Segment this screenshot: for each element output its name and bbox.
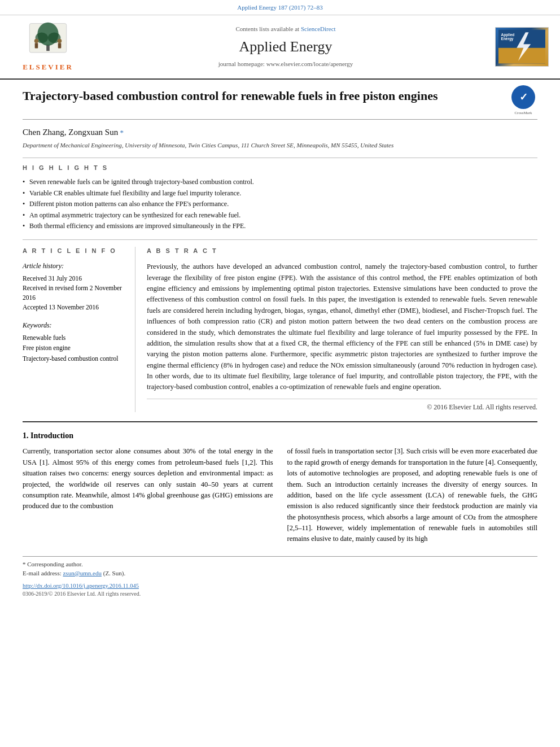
bottom-links: http://dx.doi.org/10.1016/j.apenergy.201… (23, 582, 537, 599)
article-title: Trajectory-based combustion control for … (23, 88, 509, 104)
intro-col-right: of fossil fuels in transportation sector… (287, 446, 538, 544)
highlights-label: H I G H L I G H T S (23, 164, 537, 173)
elsevier-logo-section: ELSEVIER (11, 21, 85, 73)
history-title: Article history: (23, 261, 126, 271)
journal-logo-right: Applied Energy (487, 27, 549, 67)
svg-rect-8 (58, 43, 62, 48)
email-person: (Z. Sun). (103, 570, 125, 576)
article-info-column: A R T I C L E I N F O Article history: R… (23, 247, 135, 412)
svg-point-5 (34, 39, 38, 43)
received-date: Received 31 July 2016 (23, 274, 126, 283)
elsevier-logo: ELSEVIER (11, 21, 85, 73)
intro-text-right: of fossil fuels in transportation sector… (287, 446, 538, 544)
elsevier-wordmark: ELSEVIER (23, 62, 73, 73)
journal-top-bar: Applied Energy 187 (2017) 72–83 (0, 0, 560, 15)
sciencedirect-link[interactable]: ScienceDirect (301, 25, 336, 32)
article-history: Article history: Received 31 July 2016 R… (23, 261, 126, 312)
journal-title: Applied Energy (85, 36, 487, 58)
journal-citation: Applied Energy 187 (2017) 72–83 (237, 4, 322, 11)
footnote-section: * Corresponding author. E-mail address: … (23, 556, 537, 578)
svg-point-7 (58, 39, 62, 43)
intro-text-left: Currently, transportation sector alone c… (23, 446, 273, 512)
crossmark-badge[interactable]: ✓ CrossMark (509, 88, 537, 113)
corresponding-author-note: * Corresponding author. (23, 560, 537, 569)
introduction-section: 1. Introduction Currently, transportatio… (23, 421, 537, 545)
article-info-label: A R T I C L E I N F O (23, 247, 126, 256)
list-item: Variable CR enables ultimate fuel flexib… (23, 188, 537, 199)
info-abstract-section: A R T I C L E I N F O Article history: R… (23, 239, 537, 412)
journal-homepage: journal homepage: www.elsevier.com/locat… (85, 60, 487, 69)
applied-energy-logo: Applied Energy (495, 27, 549, 67)
email-line: E-mail address: zsun@umn.edu (Z. Sun). (23, 569, 537, 578)
affiliation: Department of Mechanical Engineering, Un… (23, 141, 537, 150)
elsevier-tree-icon (25, 21, 71, 60)
article-content: Trajectory-based combustion control for … (0, 80, 560, 610)
list-item: Seven renewable fuels can be ignited thr… (23, 177, 537, 187)
intro-heading: 1. Introduction (23, 430, 537, 442)
email-link[interactable]: zsun@umn.edu (63, 570, 101, 576)
copyright-line: © 2016 Elsevier Ltd. All rights reserved… (147, 399, 537, 412)
issn-copyright: 0306-2619/© 2016 Elsevier Ltd. All right… (23, 590, 537, 599)
keywords-section: Keywords: Renewable fuels Free piston en… (23, 321, 126, 364)
keyword-2: Free piston engine (23, 343, 126, 353)
list-item: Both thermal efficiency and emissions ar… (23, 221, 537, 231)
keywords-title: Keywords: (23, 321, 126, 330)
journal-header: ELSEVIER Contents lists available at Sci… (0, 15, 560, 80)
authors-text: Chen Zhang, Zongxuan Sun (23, 128, 118, 137)
keyword-3: Trajectory-based combustion control (23, 353, 126, 364)
keyword-1: Renewable fuels (23, 333, 126, 343)
sciencedirect-label: Contents lists available at ScienceDirec… (85, 25, 487, 34)
applied-energy-brand-icon: Applied Energy (498, 28, 545, 65)
author-asterisk: * (118, 128, 124, 137)
list-item: An optimal asymmetric trajectory can be … (23, 210, 537, 221)
article-title-section: Trajectory-based combustion control for … (23, 88, 537, 120)
highlights-list: Seven renewable fuels can be ignited thr… (23, 177, 537, 231)
revised-date: Received in revised form 2 November 2016 (23, 283, 126, 303)
doi-link[interactable]: http://dx.doi.org/10.1016/j.apenergy.201… (23, 582, 537, 590)
doi-anchor[interactable]: http://dx.doi.org/10.1016/j.apenergy.201… (23, 583, 139, 589)
crossmark-icon: ✓ (511, 85, 535, 109)
list-item: Different piston motion patterns can als… (23, 199, 537, 209)
intro-two-col: Currently, transportation sector alone c… (23, 446, 537, 544)
journal-header-center: Contents lists available at ScienceDirec… (85, 25, 487, 69)
accepted-date: Accepted 13 November 2016 (23, 303, 126, 312)
email-label: E-mail address: (23, 570, 62, 576)
highlights-section: H I G H L I G H T S Seven renewable fuel… (23, 158, 537, 231)
intro-col-left: Currently, transportation sector alone c… (23, 446, 273, 544)
abstract-column: A B S T R A C T Previously, the authors … (147, 247, 537, 412)
svg-text:Energy: Energy (501, 37, 514, 41)
corresponding-label: * Corresponding author. (23, 561, 83, 567)
abstract-text: Previously, the authors have developed a… (147, 261, 537, 393)
authors-line: Chen Zhang, Zongxuan Sun * (23, 126, 537, 139)
abstract-label: A B S T R A C T (147, 247, 537, 256)
svg-rect-6 (35, 43, 38, 48)
crossmark-label: CrossMark (511, 110, 535, 116)
